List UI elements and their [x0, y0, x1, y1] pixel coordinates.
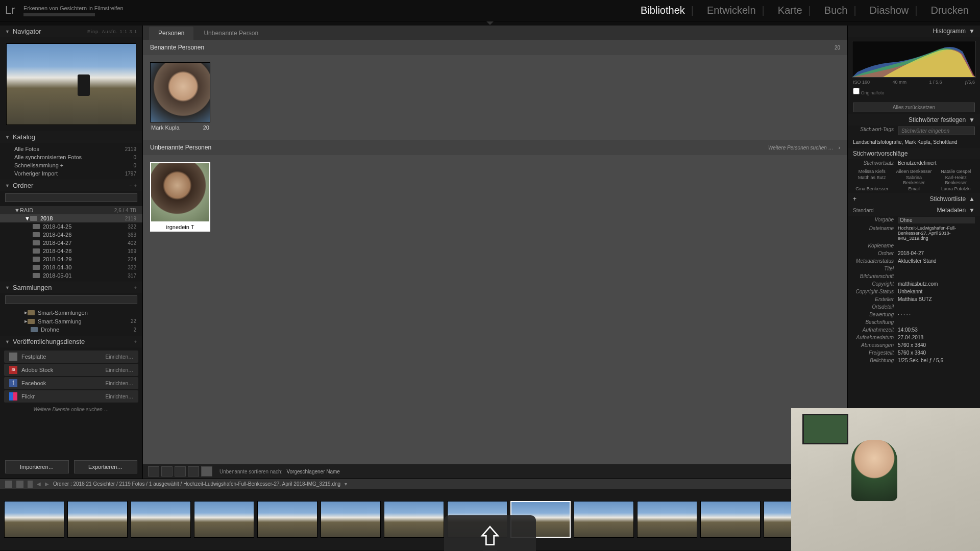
- navigator-zoom-options[interactable]: Einp. Ausfü. 1:1 3:1: [87, 29, 137, 34]
- filmstrip-thumb[interactable]: [131, 501, 191, 538]
- folder-item[interactable]: 2018-04-26363: [0, 231, 142, 239]
- tab-people[interactable]: Personen: [149, 27, 193, 40]
- compare-view-icon[interactable]: [175, 466, 186, 477]
- folder-tree: ▼ RAID2,6 / 4 TB ▼ 20182119 2018-04-2532…: [0, 204, 142, 282]
- module-picker: Bibliothek Entwickeln Karte Buch Diashow…: [634, 3, 975, 18]
- adobestock-icon: St: [9, 366, 17, 374]
- folder-item[interactable]: 2018-04-25322: [0, 222, 142, 231]
- filmstrip-thumb[interactable]: [67, 501, 128, 538]
- module-develop[interactable]: Entwickeln: [701, 3, 771, 18]
- publish-more-link[interactable]: Weitere Dienste online suchen …: [0, 404, 142, 415]
- navigator-preview[interactable]: [0, 37, 142, 131]
- folder-item[interactable]: 2018-04-28169: [0, 247, 142, 255]
- facebook-icon: f: [9, 379, 17, 387]
- title-bar: Lr Erkennen von Gesichtern in Filmstreif…: [0, 0, 980, 21]
- collection-item[interactable]: ▸ Smart-Sammlungen: [0, 308, 142, 317]
- people-view-icon[interactable]: [201, 466, 212, 477]
- histogram-header[interactable]: Histogramm▼: [848, 26, 980, 37]
- catalog-prev-import[interactable]: Vorheriger Import1797: [0, 169, 142, 178]
- unnamed-people-header[interactable]: Unbenannte Personen Weitere Personen suc…: [143, 140, 847, 155]
- grid-toolbar: Unbenannte sortieren nach: Vorgeschlagen…: [143, 464, 847, 479]
- histogram[interactable]: [852, 41, 976, 78]
- filmstrip-thumb[interactable]: [4, 501, 64, 538]
- module-slideshow[interactable]: Diashow: [864, 3, 924, 18]
- center-area: Personen Unbenannte Person Benannte Pers…: [143, 26, 847, 479]
- wall-picture: [802, 414, 848, 444]
- main-window-icon[interactable]: [5, 481, 12, 488]
- module-map[interactable]: Karte: [772, 3, 817, 18]
- search-more-button[interactable]: ›: [839, 145, 840, 151]
- sort-dropdown[interactable]: Vorgeschlagener Name: [286, 469, 340, 474]
- tab-unnamed[interactable]: Unbenannte Person: [194, 27, 267, 40]
- collection-item[interactable]: ▸ Smart-Sammlung22: [0, 317, 142, 325]
- folder-filter[interactable]: [0, 191, 142, 204]
- filmstrip-thumb[interactable]: [574, 501, 634, 538]
- filmstrip-thumb[interactable]: [384, 501, 444, 538]
- export-button[interactable]: Exportieren…: [74, 460, 138, 473]
- disclosure-icon: ▼: [5, 29, 10, 34]
- catalog-all-photos[interactable]: Alle Fotos2119: [0, 145, 142, 153]
- collections-header[interactable]: ▼Sammlungen+: [0, 282, 142, 293]
- module-print[interactable]: Drucken: [925, 3, 975, 18]
- top-collapse-handle[interactable]: [0, 21, 980, 26]
- filmstrip-thumb[interactable]: [700, 501, 761, 538]
- metadata-list: VorgabeOhne DateinameHochzeit-Ludwigshaf…: [848, 216, 980, 364]
- folder-item[interactable]: 2018-04-27402: [0, 239, 142, 247]
- publish-harddrive[interactable]: FestplatteEinrichten…: [4, 350, 138, 363]
- left-panel: ▼ Navigator Einp. Ausfü. 1:1 3:1 ▼Katalo…: [0, 26, 143, 479]
- face-card-unnamed[interactable]: [150, 162, 210, 232]
- second-window-icon[interactable]: [16, 481, 23, 488]
- named-people-grid: Mark Kupla20: [143, 55, 847, 140]
- publish-facebook[interactable]: fFacebookEinrichten…: [4, 377, 138, 389]
- keyword-input[interactable]: [898, 127, 975, 135]
- folder-item[interactable]: 2018-05-01317: [0, 271, 142, 280]
- progress-bar: [23, 13, 95, 16]
- keyword-tags[interactable]: Landschaftsfotografie, Mark Kupla, Schot…: [848, 136, 980, 148]
- sort-label: Unbenannte sortieren nach:: [219, 469, 282, 474]
- publish-header[interactable]: ▼Veröffentlichungsdienste+: [0, 336, 142, 347]
- navigator-header[interactable]: ▼ Navigator Einp. Ausfü. 1:1 3:1: [0, 26, 142, 37]
- keyword-suggestions[interactable]: Melissa KiefsAileen BenkesserNatalie Ges…: [848, 167, 980, 193]
- face-card-named[interactable]: Mark Kupla20: [150, 62, 210, 133]
- keywording-header[interactable]: Stichwörter festlegen▼: [848, 114, 980, 126]
- collection-filter-input[interactable]: [5, 295, 137, 304]
- survey-view-icon[interactable]: [188, 466, 199, 477]
- module-library[interactable]: Bibliothek: [634, 3, 700, 18]
- face-name-input[interactable]: [150, 222, 210, 232]
- app-logo: Lr: [5, 4, 19, 18]
- keypress-overlay: [444, 515, 536, 551]
- folders-header[interactable]: ▼Ordner − +: [0, 180, 142, 191]
- volume-raid[interactable]: ▼ RAID2,6 / 4 TB: [0, 206, 142, 214]
- folder-2018[interactable]: ▼ 20182119: [0, 214, 142, 222]
- folder-filter-input[interactable]: [5, 193, 137, 202]
- breadcrumb-text[interactable]: Ordner : 2018 21 Gesichter / 2119 Fotos …: [53, 481, 340, 487]
- publish-adobestock[interactable]: StAdobe StockEinrichten…: [4, 364, 138, 376]
- catalog-synced[interactable]: Alle synchronisierten Fotos0: [0, 153, 142, 161]
- people-tabs: Personen Unbenannte Person: [143, 26, 847, 40]
- catalog-header[interactable]: ▼Katalog: [0, 131, 142, 143]
- keyword-suggestions-header[interactable]: Stichwortvorschläge: [848, 148, 980, 159]
- publish-flickr[interactable]: FlickrEinrichten…: [4, 390, 138, 403]
- module-book[interactable]: Buch: [818, 3, 863, 18]
- catalog-quick[interactable]: Schnellsammlung +0: [0, 161, 142, 169]
- loupe-view-icon[interactable]: [161, 466, 173, 477]
- folder-item[interactable]: 2018-04-29224: [0, 255, 142, 263]
- filmstrip-thumb[interactable]: [257, 501, 317, 538]
- grid-icon[interactable]: [28, 481, 33, 488]
- face-thumbnail: [150, 162, 210, 222]
- catalog-list: Alle Fotos2119 Alle synchronisierten Fot…: [0, 143, 142, 180]
- metadata-header[interactable]: StandardMetadaten▼: [848, 205, 980, 216]
- keyword-list-header[interactable]: +Stichwortliste▲: [848, 193, 980, 205]
- reset-button[interactable]: Alles zurücksetzen: [853, 103, 975, 112]
- flickr-icon: [9, 392, 17, 400]
- filmstrip-thumb[interactable]: [194, 501, 254, 538]
- filmstrip-thumb[interactable]: [321, 501, 381, 538]
- original-checkbox[interactable]: [853, 88, 860, 94]
- folder-add-icon[interactable]: − +: [129, 183, 137, 188]
- import-button[interactable]: Importieren…: [5, 460, 69, 473]
- collection-item[interactable]: Drohne2: [0, 325, 142, 334]
- folder-item[interactable]: 2018-04-30322: [0, 263, 142, 271]
- grid-view-icon[interactable]: [148, 466, 159, 477]
- filmstrip-thumb[interactable]: [637, 501, 697, 538]
- named-people-header[interactable]: Benannte Personen 20: [143, 40, 847, 55]
